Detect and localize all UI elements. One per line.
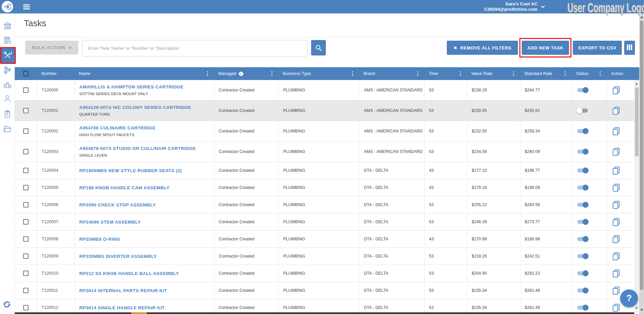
status-toggle[interactable] [576, 236, 589, 242]
add-new-task-button[interactable]: ADD NEW TASK [522, 41, 569, 55]
task-name-link[interactable]: RP3614 SINGLE HANDLE REPAIR KIT [79, 305, 165, 310]
select-all-checkbox[interactable] [23, 71, 29, 76]
sidebar-item-bank[interactable] [0, 18, 15, 33]
row-checkbox[interactable] [23, 202, 29, 207]
hamburger-menu-icon[interactable] [23, 4, 30, 10]
status-toggle[interactable] [576, 149, 589, 155]
copy-task-icon[interactable] [611, 106, 621, 115]
copy-task-icon[interactable] [611, 217, 621, 227]
export-to-csv-button[interactable]: EXPORT TO CSV [573, 41, 622, 55]
row-checkbox[interactable] [23, 219, 29, 225]
task-name-link[interactable]: A954706 CULINAIRE CARTRIDGE [79, 125, 156, 130]
row-checkbox[interactable] [23, 87, 29, 93]
remove-all-filters-button[interactable]: ✖ REMOVE ALL FILTERS [447, 41, 518, 55]
column-header-time[interactable]: Time [424, 67, 467, 80]
sidebar-item-tools[interactable] [0, 47, 15, 63]
search-input[interactable] [82, 40, 307, 56]
copy-task-icon[interactable] [611, 200, 621, 209]
task-name-link[interactable]: RP25MBS O-RING [79, 237, 120, 242]
task-name-link[interactable]: RP212 SS KNOB HANDLE BALL ASSEMBLY [79, 271, 179, 276]
row-checkbox[interactable] [23, 128, 29, 134]
sidebar-item-nuts[interactable] [0, 63, 15, 77]
sidebar-item-podium[interactable] [0, 77, 15, 92]
status-toggle[interactable] [576, 108, 589, 114]
table-scrollbar-thumb[interactable] [635, 87, 639, 156]
status-toggle[interactable] [576, 305, 589, 311]
column-menu-icon[interactable] [599, 70, 601, 77]
copy-task-icon[interactable] [611, 183, 621, 192]
column-menu-icon[interactable] [459, 70, 462, 77]
scroll-down-arrow-icon[interactable] [640, 309, 643, 311]
status-toggle[interactable] [576, 253, 589, 259]
copy-task-icon[interactable] [611, 126, 621, 136]
status-toggle[interactable] [576, 128, 589, 134]
column-menu-icon[interactable] [417, 70, 419, 77]
column-header-status[interactable]: Status [572, 67, 607, 80]
task-name-link[interactable]: AMARILLIS & HAMPTON SERIES CARTRIDGE [79, 84, 183, 89]
column-menu-icon[interactable] [512, 70, 515, 77]
sidebar-item-clipboard[interactable] [0, 107, 15, 121]
column-header-standard-rate[interactable]: Standard Rate [520, 67, 572, 80]
scroll-down-arrow-icon[interactable] [635, 307, 638, 309]
column-header-business-type[interactable]: Business Type [278, 67, 359, 80]
task-name-link[interactable]: A954878-007A STUDIO OR CULLINAIR CARTRID… [79, 146, 196, 151]
column-header-action[interactable]: Action [607, 67, 634, 80]
scroll-up-arrow-icon[interactable] [635, 83, 638, 85]
row-checkbox[interactable] [23, 168, 29, 173]
column-header-number[interactable]: Number [37, 67, 75, 80]
column-header-name[interactable]: Name [75, 67, 214, 80]
column-header-brand[interactable]: Brand [359, 67, 424, 80]
column-menu-icon[interactable] [351, 70, 354, 77]
row-checkbox[interactable] [23, 271, 29, 276]
column-header-value-rate[interactable]: Value Rate [467, 67, 520, 80]
row-checkbox[interactable] [23, 149, 29, 154]
column-menu-icon[interactable] [564, 70, 566, 77]
status-toggle[interactable] [576, 287, 589, 293]
status-toggle[interactable] [576, 202, 589, 208]
column-header-managed[interactable]: Managedi [214, 67, 278, 80]
sidebar-item-folder[interactable] [0, 122, 15, 136]
copy-task-icon[interactable] [611, 85, 621, 95]
user-menu[interactable]: Sara's Cool AC C26594@profitrhino.com [484, 1, 544, 12]
help-button[interactable]: ? [620, 289, 638, 307]
table-scrollbar[interactable] [634, 80, 639, 312]
window-scrollbar-thumb[interactable] [640, 21, 643, 290]
task-name-link[interactable]: RP3614 INTERNAL PARTS REPAIR KIT [79, 288, 167, 293]
column-menu-icon[interactable] [206, 70, 209, 77]
copy-task-icon[interactable] [611, 303, 621, 312]
row-checkbox[interactable] [23, 185, 29, 190]
copy-task-icon[interactable] [611, 147, 621, 156]
row-checkbox[interactable] [23, 288, 29, 293]
horizontal-scrollbar[interactable] [15, 312, 634, 314]
task-name-link[interactable]: A954120-007A H/C COLONY SERIES CARTRIDGE [79, 105, 191, 110]
column-menu-icon[interactable] [271, 70, 273, 77]
copy-task-icon[interactable] [611, 286, 621, 295]
copy-task-icon[interactable] [611, 234, 621, 244]
row-checkbox[interactable] [23, 236, 29, 242]
window-scrollbar[interactable] [639, 13, 644, 314]
sync-icon[interactable] [2, 300, 11, 310]
task-name-link[interactable]: RP320MBS DIVERTER ASSEMBLY [79, 254, 157, 259]
copy-task-icon[interactable] [611, 166, 621, 175]
search-button[interactable] [311, 40, 326, 55]
task-name-link[interactable]: RP1806MBS NEW STYLE RUBBER SEATS (2) [79, 168, 182, 173]
row-checkbox[interactable] [23, 108, 29, 113]
sidebar-item-books[interactable] [0, 33, 15, 47]
app-logo-icon[interactable] [2, 1, 13, 12]
status-toggle[interactable] [576, 87, 589, 93]
sidebar-item-person[interactable] [0, 91, 15, 106]
status-toggle[interactable] [576, 167, 589, 173]
status-toggle[interactable] [576, 219, 589, 225]
column-settings-button[interactable] [624, 41, 635, 55]
status-toggle[interactable] [576, 185, 589, 191]
scroll-up-arrow-icon[interactable] [640, 16, 643, 18]
task-name-link[interactable]: RP24096 STEM ASSEMBLY [79, 220, 141, 225]
row-checkbox[interactable] [23, 305, 29, 310]
copy-task-icon[interactable] [611, 269, 621, 278]
status-toggle[interactable] [576, 270, 589, 276]
copy-task-icon[interactable] [611, 251, 621, 261]
row-checkbox[interactable] [23, 253, 29, 259]
task-name-link[interactable]: RP188 KNOB HANDLE CAM ASSEMBLY [79, 185, 169, 190]
bulk-action-button[interactable]: BULK ACTION [25, 41, 78, 54]
task-name-link[interactable]: RP2090 CHECK STOP ASSEMBLY [79, 202, 156, 207]
